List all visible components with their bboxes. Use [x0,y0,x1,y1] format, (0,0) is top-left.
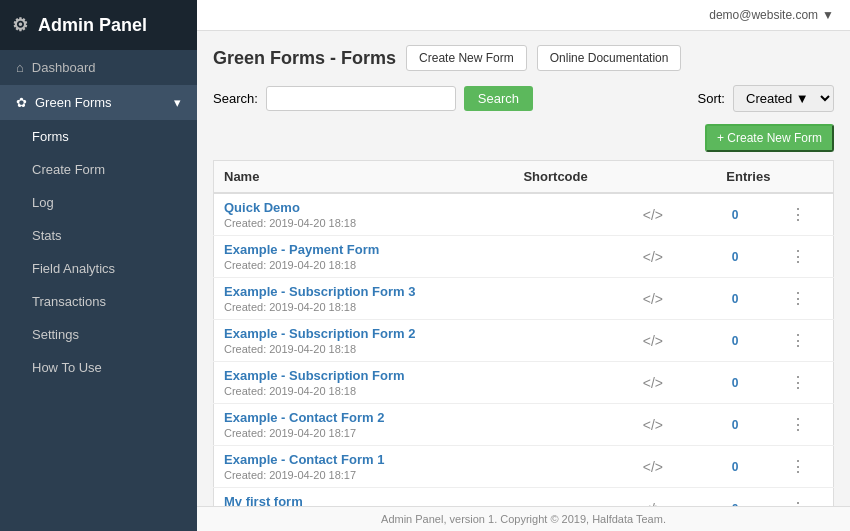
app-header: ⚙ Admin Panel [0,0,197,50]
code-icon[interactable]: </> [643,207,663,223]
code-icon[interactable]: </> [643,249,663,265]
create-btn-row: + Create New Form [213,124,834,152]
search-label: Search: [213,91,258,106]
code-icon[interactable]: </> [643,375,663,391]
entries-count: 0 [732,292,739,306]
sidebar-section-greenforms[interactable]: ✿ Green Forms ▾ [0,85,197,120]
form-name-link[interactable]: Example - Contact Form 2 [224,410,503,425]
form-name-cell: Example - Subscription Form 2 Created: 2… [214,320,514,362]
entries-count: 0 [732,250,739,264]
code-icon-cell: </> [633,320,690,362]
more-actions-icon[interactable]: ⋮ [790,248,807,265]
table-row: Example - Contact Form 1 Created: 2019-0… [214,446,834,488]
form-date: Created: 2019-04-20 18:18 [224,259,503,271]
create-new-form-top-button[interactable]: Create New Form [406,45,527,71]
col-entries: Entries [690,161,781,194]
code-icon-cell: </> [633,278,690,320]
sidebar-item-create-form[interactable]: Create Form [0,153,197,186]
more-actions-icon[interactable]: ⋮ [790,206,807,223]
form-date: Created: 2019-04-20 18:17 [224,427,503,439]
form-name-cell: Example - Subscription Form 3 Created: 2… [214,278,514,320]
app-title: Admin Panel [38,15,147,36]
form-date: Created: 2019-04-20 18:17 [224,469,503,481]
table-row: Example - Payment Form Created: 2019-04-… [214,236,834,278]
leaf-icon: ✿ [16,95,27,110]
more-actions-icon[interactable]: ⋮ [790,374,807,391]
form-name-link[interactable]: Quick Demo [224,200,503,215]
sidebar: ⚙ Admin Panel ⌂ Dashboard ✿ Green Forms … [0,0,197,531]
entries-cell: 0 [690,404,781,446]
section-label: Green Forms [35,95,112,110]
col-code-icon [633,161,690,194]
more-actions-icon[interactable]: ⋮ [790,290,807,307]
code-icon[interactable]: </> [643,417,663,433]
form-name-link[interactable]: Example - Subscription Form 2 [224,326,503,341]
form-date: Created: 2019-04-20 18:18 [224,301,503,313]
form-name-cell: Example - Contact Form 2 Created: 2019-0… [214,404,514,446]
entries-cell: 0 [690,488,781,507]
code-icon-cell: </> [633,193,690,236]
sidebar-item-forms[interactable]: Forms [0,120,197,153]
shortcode-cell [513,193,632,236]
actions-cell: ⋮ [780,320,833,362]
col-name: Name [214,161,514,194]
shortcode-cell [513,278,632,320]
table-row: Example - Contact Form 2 Created: 2019-0… [214,404,834,446]
online-documentation-button[interactable]: Online Documentation [537,45,682,71]
sidebar-item-transactions[interactable]: Transactions [0,285,197,318]
sort-label: Sort: [698,91,725,106]
form-name-link[interactable]: My first form [224,494,503,506]
sidebar-item-how-to-use[interactable]: How To Use [0,351,197,384]
form-name-link[interactable]: Example - Subscription Form 3 [224,284,503,299]
actions-cell: ⋮ [780,193,833,236]
col-shortcode: Shortcode [513,161,632,194]
code-icon-cell: </> [633,404,690,446]
entries-cell: 0 [690,193,781,236]
form-name-link[interactable]: Example - Payment Form [224,242,503,257]
user-caret-icon: ▼ [822,8,834,22]
home-icon: ⌂ [16,60,24,75]
code-icon[interactable]: </> [643,291,663,307]
entries-cell: 0 [690,446,781,488]
entries-count: 0 [732,418,739,432]
more-actions-icon[interactable]: ⋮ [790,416,807,433]
actions-cell: ⋮ [780,278,833,320]
table-row: My first form Created: 2019-04-20 12:07 … [214,488,834,507]
actions-cell: ⋮ [780,362,833,404]
search-button[interactable]: Search [464,86,533,111]
entries-cell: 0 [690,320,781,362]
form-name-link[interactable]: Example - Subscription Form [224,368,503,383]
more-actions-icon[interactable]: ⋮ [790,458,807,475]
user-email: demo@website.com [709,8,818,22]
code-icon[interactable]: </> [643,459,663,475]
topbar: demo@website.com ▼ [197,0,850,31]
entries-cell: 0 [690,362,781,404]
shortcode-cell [513,488,632,507]
sort-right: Sort: Created ▼ Name Entries [698,85,834,112]
forms-table: Name Shortcode Entries Quick Demo Create… [213,160,834,506]
sidebar-item-dashboard[interactable]: ⌂ Dashboard [0,50,197,85]
code-icon[interactable]: </> [643,333,663,349]
gear-icon: ⚙ [12,14,28,36]
shortcode-cell [513,446,632,488]
form-name-cell: My first form Created: 2019-04-20 12:07 [214,488,514,507]
sidebar-item-stats[interactable]: Stats [0,219,197,252]
form-date: Created: 2019-04-20 18:18 [224,217,503,229]
sidebar-item-field-analytics[interactable]: Field Analytics [0,252,197,285]
create-new-form-button[interactable]: + Create New Form [705,124,834,152]
sidebar-item-settings[interactable]: Settings [0,318,197,351]
table-row: Quick Demo Created: 2019-04-20 18:18 </>… [214,193,834,236]
form-name-cell: Quick Demo Created: 2019-04-20 18:18 [214,193,514,236]
user-info: demo@website.com ▼ [709,8,834,22]
search-input[interactable] [266,86,456,111]
form-name-cell: Example - Subscription Form Created: 201… [214,362,514,404]
more-actions-icon[interactable]: ⋮ [790,332,807,349]
page-header: Green Forms - Forms Create New Form Onli… [213,45,834,71]
form-name-link[interactable]: Example - Contact Form 1 [224,452,503,467]
shortcode-cell [513,404,632,446]
sort-select[interactable]: Created ▼ Name Entries [733,85,834,112]
sidebar-item-log[interactable]: Log [0,186,197,219]
dashboard-label: Dashboard [32,60,96,75]
entries-count: 0 [732,376,739,390]
table-row: Example - Subscription Form 2 Created: 2… [214,320,834,362]
